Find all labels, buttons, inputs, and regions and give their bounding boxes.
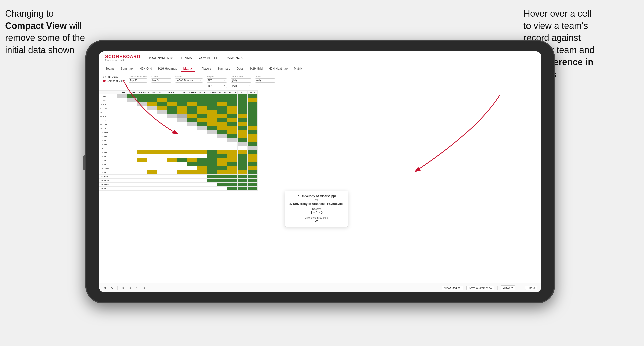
matrix-cell[interactable] <box>217 130 227 134</box>
tab-teams[interactable]: Teams <box>103 66 117 72</box>
matrix-cell[interactable] <box>227 126 238 130</box>
matrix-cell[interactable] <box>147 126 157 130</box>
matrix-cell[interactable] <box>248 126 258 130</box>
tab-h2h-heatmap2[interactable]: H2H Heatmap <box>266 66 290 72</box>
matrix-cell[interactable] <box>207 134 217 138</box>
matrix-cell[interactable] <box>157 102 167 106</box>
matrix-cell[interactable] <box>127 110 137 114</box>
matrix-cell[interactable] <box>167 146 177 150</box>
matrix-table-wrapper[interactable]: 1. AU 2. VU 3. ASU 4. UNC 5. UT 6. FSU 7… <box>99 90 541 283</box>
matrix-cell[interactable] <box>207 150 217 154</box>
matrix-cell[interactable] <box>137 134 147 138</box>
matrix-cell[interactable] <box>248 106 258 110</box>
matrix-cell[interactable] <box>177 126 187 130</box>
matrix-cell[interactable] <box>147 138 157 142</box>
matrix-cell[interactable] <box>197 142 207 146</box>
matrix-cell[interactable] <box>177 170 187 175</box>
matrix-cell[interactable] <box>157 162 167 166</box>
matrix-cell[interactable] <box>227 158 238 162</box>
matrix-cell[interactable] <box>227 122 238 126</box>
matrix-cell[interactable] <box>177 154 187 158</box>
matrix-cell[interactable] <box>157 126 167 130</box>
grid-button[interactable]: ⊞ <box>518 286 522 290</box>
matrix-cell[interactable] <box>177 106 187 110</box>
matrix-cell[interactable] <box>177 179 187 183</box>
matrix-cell[interactable] <box>167 118 177 122</box>
save-custom-view-button[interactable]: Save Custom View <box>466 286 494 290</box>
matrix-cell[interactable] <box>157 122 167 126</box>
matrix-cell[interactable] <box>167 142 177 146</box>
matrix-cell[interactable] <box>187 166 197 170</box>
compact-view-radio[interactable] <box>103 80 106 82</box>
matrix-cell[interactable] <box>238 98 248 102</box>
matrix-cell[interactable] <box>137 183 147 187</box>
matrix-cell[interactable] <box>187 98 197 102</box>
matrix-cell[interactable] <box>217 162 227 166</box>
matrix-cell[interactable] <box>207 114 217 118</box>
matrix-cell[interactable] <box>157 183 167 187</box>
matrix-cell[interactable] <box>248 114 258 118</box>
matrix-cell[interactable] <box>137 146 147 150</box>
matrix-cell[interactable] <box>137 114 147 118</box>
matrix-cell[interactable] <box>167 110 177 114</box>
tab-h2h-heatmap1[interactable]: H2H Heatmap <box>156 66 180 72</box>
matrix-cell[interactable] <box>167 170 177 175</box>
matrix-cell[interactable] <box>238 122 248 126</box>
matrix-cell[interactable] <box>157 106 167 110</box>
matrix-cell[interactable] <box>248 183 258 187</box>
matrix-cell[interactable] <box>167 114 177 118</box>
matrix-cell[interactable] <box>217 158 227 162</box>
redo-button[interactable]: ↻ <box>110 286 114 290</box>
matrix-cell[interactable] <box>238 154 248 158</box>
matrix-cell[interactable] <box>207 154 217 158</box>
matrix-cell[interactable] <box>187 118 197 122</box>
matrix-cell[interactable] <box>147 162 157 166</box>
matrix-cell[interactable] <box>197 98 207 102</box>
matrix-cell[interactable] <box>127 122 137 126</box>
matrix-cell[interactable] <box>197 166 207 170</box>
matrix-cell[interactable] <box>177 114 187 118</box>
matrix-cell[interactable] <box>127 158 137 162</box>
matrix-cell[interactable] <box>238 162 248 166</box>
matrix-cell[interactable] <box>117 183 127 187</box>
matrix-cell[interactable] <box>117 166 127 170</box>
tab-h2h-grid2[interactable]: H2H Grid <box>248 66 265 72</box>
matrix-cell[interactable] <box>137 142 147 146</box>
matrix-cell[interactable] <box>187 130 197 134</box>
matrix-cell[interactable] <box>177 183 187 187</box>
matrix-cell[interactable] <box>207 94 217 98</box>
matrix-cell[interactable] <box>187 175 197 179</box>
matrix-cell[interactable] <box>197 110 207 114</box>
matrix-cell[interactable] <box>217 187 227 191</box>
matrix-cell[interactable] <box>248 170 258 175</box>
matrix-cell[interactable] <box>227 106 238 110</box>
matrix-cell[interactable] <box>227 110 238 114</box>
matrix-cell[interactable] <box>207 106 217 110</box>
matrix-cell[interactable] <box>157 170 167 175</box>
matrix-cell[interactable] <box>137 170 147 175</box>
matrix-cell[interactable] <box>197 175 207 179</box>
matrix-cell[interactable] <box>187 187 197 191</box>
matrix-cell[interactable] <box>167 94 177 98</box>
matrix-cell[interactable] <box>177 146 187 150</box>
matrix-cell[interactable] <box>177 130 187 134</box>
matrix-cell[interactable] <box>157 130 167 134</box>
matrix-cell[interactable] <box>127 179 137 183</box>
matrix-cell[interactable] <box>217 122 227 126</box>
matrix-cell[interactable] <box>127 138 137 142</box>
matrix-cell[interactable] <box>157 98 167 102</box>
matrix-cell[interactable] <box>248 162 258 166</box>
matrix-cell[interactable] <box>217 94 227 98</box>
matrix-cell[interactable] <box>187 106 197 110</box>
matrix-cell[interactable] <box>238 146 248 150</box>
matrix-cell[interactable] <box>167 175 177 179</box>
matrix-cell[interactable] <box>227 146 238 150</box>
matrix-cell[interactable] <box>217 150 227 154</box>
matrix-cell[interactable] <box>248 146 258 150</box>
matrix-cell[interactable] <box>217 138 227 142</box>
matrix-cell[interactable] <box>167 126 177 130</box>
matrix-cell[interactable] <box>147 142 157 146</box>
matrix-cell[interactable] <box>127 175 137 179</box>
region-select[interactable]: N/A ▼ <box>207 78 227 83</box>
matrix-cell[interactable] <box>187 158 197 162</box>
